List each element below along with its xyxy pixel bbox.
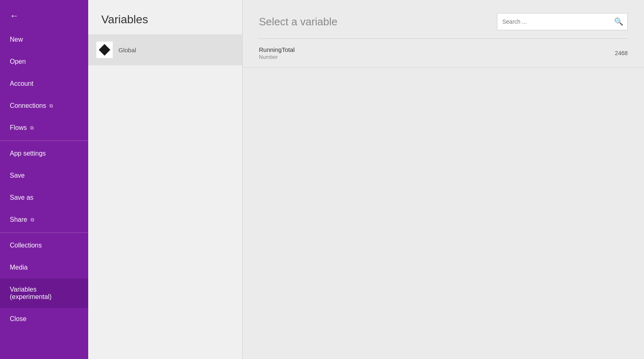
middle-panel: Variables Global xyxy=(88,0,243,359)
variable-type: Number xyxy=(259,54,295,60)
external-link-icon: ⧉ xyxy=(31,217,34,223)
sidebar-item-share[interactable]: Share ⧉ xyxy=(0,209,88,231)
sidebar-item-variables[interactable]: Variables (experimental) xyxy=(0,279,88,308)
sidebar-item-flows[interactable]: Flows ⧉ xyxy=(0,117,88,139)
back-button[interactable]: ← xyxy=(0,0,88,29)
search-box: 🔍 xyxy=(497,13,628,30)
sidebar-item-save-as[interactable]: Save as xyxy=(0,187,88,209)
search-input[interactable] xyxy=(497,18,610,25)
scope-item-global[interactable]: Global xyxy=(88,34,242,65)
sidebar-item-open[interactable]: Open xyxy=(0,51,88,73)
diamond-icon xyxy=(99,44,110,56)
scope-label: Global xyxy=(118,47,136,54)
external-link-icon: ⧉ xyxy=(30,125,34,131)
sidebar-item-label: Save xyxy=(10,172,25,179)
sidebar-item-label: Close xyxy=(10,315,27,323)
sidebar-item-close[interactable]: Close xyxy=(0,308,88,330)
back-arrow-icon: ← xyxy=(10,11,19,20)
select-variable-label: Select a variable xyxy=(259,16,337,28)
sidebar-item-label: Collections xyxy=(10,242,42,249)
sidebar-item-collections[interactable]: Collections xyxy=(0,234,88,256)
sidebar-item-label: Open xyxy=(10,58,26,65)
sidebar-item-connections[interactable]: Connections ⧉ xyxy=(0,95,88,117)
sidebar-item-label: Account xyxy=(10,80,33,87)
sidebar-item-label: New xyxy=(10,36,23,43)
sidebar-item-save[interactable]: Save xyxy=(0,165,88,187)
sidebar-item-label: Share xyxy=(10,216,27,223)
sidebar: ← New Open Account Connections ⧉ Flows ⧉… xyxy=(0,0,88,359)
sidebar-item-label: Flows xyxy=(10,124,27,132)
sidebar-item-label: Variables (experimental) xyxy=(10,286,78,301)
sidebar-item-label: Save as xyxy=(10,194,33,201)
right-panel: Select a variable 🔍 RunningTotal Number … xyxy=(243,0,644,359)
sidebar-item-label: Connections xyxy=(10,102,46,109)
sidebar-item-media[interactable]: Media xyxy=(0,256,88,279)
variable-info: RunningTotal Number xyxy=(259,46,295,60)
scope-icon-container xyxy=(96,42,113,58)
variable-name: RunningTotal xyxy=(259,46,295,53)
search-icon: 🔍 xyxy=(614,17,623,26)
sidebar-item-label: App settings xyxy=(10,150,46,157)
sidebar-item-new[interactable]: New xyxy=(0,29,88,51)
right-header: Select a variable 🔍 xyxy=(243,0,644,38)
panel-title: Variables xyxy=(88,0,242,34)
sidebar-item-account[interactable]: Account xyxy=(0,73,88,95)
variable-value: 2468 xyxy=(615,50,628,56)
variable-row[interactable]: RunningTotal Number 2468 xyxy=(243,39,644,68)
divider-2 xyxy=(0,232,88,233)
sidebar-item-label: Media xyxy=(10,264,28,271)
external-link-icon: ⧉ xyxy=(49,103,53,109)
search-button[interactable]: 🔍 xyxy=(610,13,627,30)
sidebar-item-app-settings[interactable]: App settings xyxy=(0,143,88,165)
divider-1 xyxy=(0,140,88,141)
